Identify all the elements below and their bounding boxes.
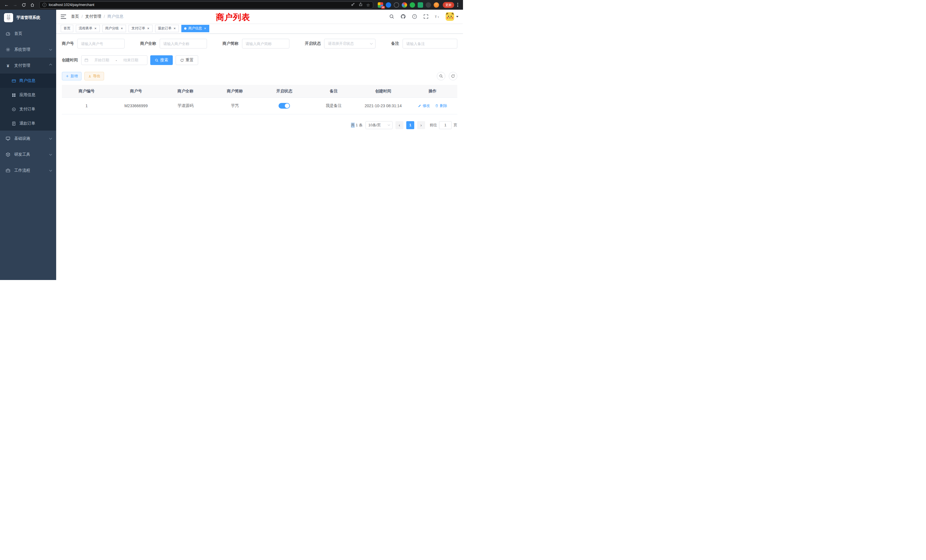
home-icon[interactable] [29, 1, 36, 9]
hamburger-icon[interactable] [61, 14, 67, 19]
filter-merchant-no: 商户号 [62, 39, 125, 48]
app-logo[interactable]: 芋道管理系统 [0, 10, 56, 26]
help-icon[interactable]: ? [412, 14, 418, 20]
sidebar-item-devtools[interactable]: 研发工具 [0, 147, 56, 162]
page-size-select[interactable]: 10条/页 [366, 121, 393, 129]
sidebar-item-system[interactable]: 系统管理 [0, 42, 56, 58]
tab-merchant-info[interactable]: 商户信息 × [181, 25, 209, 32]
tab-home[interactable]: 首页 [61, 25, 73, 32]
url-bar[interactable]: i localhost:1024/pay/merchant ☆ [39, 2, 373, 9]
filter-form-row1: 商户号 商户全称 商户简称 开启状态 请选择开启状态 [62, 39, 457, 48]
briefcase-icon [6, 168, 10, 173]
sidebar-item-app-info[interactable]: 应用信息 [0, 88, 56, 102]
delete-link[interactable]: 删除 [435, 103, 447, 108]
extension-pinwheel-icon[interactable] [426, 2, 431, 8]
export-button[interactable]: 导出 [85, 72, 104, 80]
filter-full-name: 商户全称 [140, 39, 207, 48]
sidebar-item-payment[interactable]: ¥ 支付管理 [0, 58, 56, 74]
current-page-button[interactable]: 1 [406, 121, 414, 129]
caret-down-icon [456, 16, 458, 17]
next-page-button[interactable]: › [417, 121, 425, 129]
tab-user-group[interactable]: 用户分组 × [102, 25, 126, 32]
user-avatar[interactable] [446, 12, 454, 21]
user-menu[interactable] [446, 12, 458, 21]
status-toggle[interactable] [278, 103, 290, 109]
close-icon[interactable]: × [147, 27, 150, 30]
extension-grid-icon[interactable]: 10 [378, 2, 383, 8]
cell-short-name: 芋艿 [210, 97, 259, 114]
cell-merchant-no: M233666999 [111, 97, 160, 114]
browser-menu-icon[interactable] [455, 2, 460, 8]
table-toolbar: 新增 导出 [62, 72, 457, 80]
tab-refund-order[interactable]: 退款订单 × [155, 25, 179, 32]
sidebar-item-refund-order[interactable]: 退款订单 [0, 117, 56, 130]
reload-icon[interactable] [20, 1, 27, 9]
font-size-icon[interactable]: TT [434, 14, 440, 20]
date-range-picker[interactable]: 开始日期 - 结束日期 [81, 55, 147, 65]
sidebar-menu: 首页 系统管理 ¥ 支付管理 [0, 26, 56, 179]
extension-avatar-icon[interactable] [434, 2, 439, 8]
sidebar-item-pay-order[interactable]: 支付订单 [0, 102, 56, 117]
forward-icon[interactable]: → [11, 1, 19, 9]
sidebar-item-home[interactable]: 首页 [0, 26, 56, 42]
bookmark-star-icon[interactable]: ☆ [366, 3, 370, 7]
share-icon[interactable] [359, 2, 363, 8]
close-icon[interactable]: × [121, 27, 123, 30]
cube-icon [6, 152, 10, 157]
toggle-search-icon[interactable] [437, 72, 445, 80]
goto-page-input[interactable] [439, 121, 452, 129]
page: ← → i localhost:1024/pay/merchant ☆ 10 [0, 0, 463, 280]
prev-page-button[interactable]: ‹ [395, 121, 403, 129]
add-button[interactable]: 新增 [62, 72, 82, 80]
full-name-input[interactable] [160, 39, 207, 48]
breadcrumb: 首页 / 支付管理 / 商户信息 [71, 14, 123, 19]
chevron-down-icon [49, 169, 52, 172]
payment-submenu: 商户信息 应用信息 支付订单 [0, 74, 56, 130]
key-icon[interactable] [351, 2, 355, 8]
sidebar-item-workflow[interactable]: 工作流程 [0, 162, 56, 179]
close-icon[interactable]: × [173, 27, 176, 30]
pagination-goto: 前往 页 [430, 121, 457, 129]
table-tools [437, 72, 457, 80]
github-icon[interactable] [400, 14, 406, 20]
table-header-row: 商户编号 商户号 商户全称 商户简称 开启状态 备注 创建时间 操作 [62, 85, 457, 97]
breadcrumb-home[interactable]: 首页 [71, 14, 79, 19]
sidebar-item-infra[interactable]: 基础设施 [0, 130, 56, 147]
merchant-card-icon [11, 79, 16, 83]
edit-link[interactable]: 修改 [418, 103, 430, 108]
fullscreen-icon[interactable] [423, 14, 429, 20]
extension-green-square-icon[interactable] [418, 2, 423, 8]
browser-update-button[interactable]: 更新 [443, 2, 454, 8]
main-area: 首页 / 支付管理 / 商户信息 商户列表 ? [56, 10, 463, 280]
close-icon[interactable]: × [204, 27, 206, 30]
svg-text:T: T [435, 15, 437, 18]
search-icon[interactable] [389, 14, 395, 20]
tab-pay-order[interactable]: 支付订单 × [129, 25, 153, 32]
close-icon[interactable]: × [94, 27, 97, 30]
active-tab-dot [184, 27, 186, 30]
extension-colorwheel-icon[interactable] [402, 2, 407, 8]
status-select[interactable]: 请选择开启状态 [324, 39, 375, 48]
sidebar-item-merchant-info[interactable]: 商户信息 [0, 74, 56, 88]
logo-rabbit-icon [4, 13, 13, 22]
refresh-table-icon[interactable] [449, 72, 457, 80]
merchant-table: 商户编号 商户号 商户全称 商户简称 开启状态 备注 创建时间 操作 1 [62, 85, 457, 114]
end-date-placeholder: 结束日期 [118, 58, 144, 63]
back-icon[interactable]: ← [3, 1, 10, 9]
extension-green-circle-icon[interactable] [410, 2, 415, 8]
short-name-input[interactable] [242, 39, 289, 48]
merchant-no-input[interactable] [77, 39, 125, 48]
extension-dark-circle-icon[interactable] [394, 2, 399, 8]
chevron-down-icon [49, 153, 52, 156]
site-info-icon[interactable]: i [42, 3, 47, 7]
breadcrumb-payment[interactable]: 支付管理 [85, 14, 101, 19]
remark-input[interactable] [402, 39, 457, 48]
reset-button[interactable]: 重置 [176, 55, 198, 65]
extension-drop-icon[interactable] [386, 2, 391, 8]
extension-icons: 10 [377, 2, 440, 8]
target-icon [11, 107, 16, 112]
tab-process-form[interactable]: 流程表单 × [76, 25, 100, 32]
search-button[interactable]: 搜索 [150, 55, 173, 65]
app-title: 芋道管理系统 [16, 15, 40, 20]
cell-id: 1 [62, 97, 111, 114]
